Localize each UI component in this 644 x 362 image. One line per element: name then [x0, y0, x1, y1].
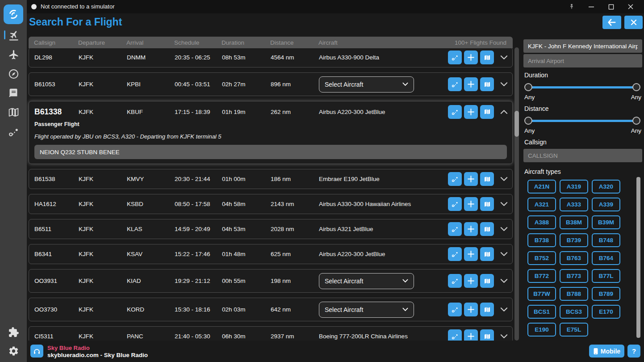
minimize-button[interactable]	[581, 0, 601, 13]
flight-row[interactable]: B61338 KJFK KBUF 17:15 - 18:39 01h 19m 2…	[29, 101, 513, 164]
distance-slider-track[interactable]	[528, 120, 637, 122]
flight-row[interactable]: B61053 KJFK KPBI 00:45 - 03:51 02h 27m 8…	[29, 72, 513, 96]
distance-slider[interactable]	[524, 117, 640, 125]
close-window-button[interactable]	[621, 0, 640, 13]
aircraft-type-a320[interactable]: A320	[592, 180, 620, 194]
show-map-button[interactable]	[480, 77, 494, 91]
distance-slider-max-handle[interactable]	[632, 117, 640, 125]
distance-slider-min-handle[interactable]	[524, 117, 532, 125]
flight-row[interactable]: B6341 KJFK KSAV 15:22 - 17:46 01h 48m 62…	[29, 244, 513, 264]
back-button[interactable]	[602, 16, 621, 29]
expand-chevron-icon[interactable]	[500, 202, 508, 206]
add-flight-button[interactable]	[464, 77, 478, 91]
aircraft-type-b739[interactable]: B739	[560, 233, 588, 247]
show-route-button[interactable]	[448, 274, 462, 288]
aircraft-type-bcs3[interactable]: BCS3	[560, 305, 588, 319]
help-button[interactable]: ?	[627, 345, 640, 358]
show-map-button[interactable]	[480, 303, 494, 316]
show-map-button[interactable]	[480, 197, 494, 211]
aircraft-type-b39m[interactable]: B39M	[592, 215, 620, 229]
show-route-button[interactable]	[448, 247, 462, 261]
sidebar-item-plugins[interactable]	[0, 326, 27, 338]
aircraft-type-a21n[interactable]: A21N	[527, 180, 556, 194]
close-page-button[interactable]	[624, 16, 643, 29]
aircraft-type-a321[interactable]: A321	[527, 198, 556, 211]
aircraft-select[interactable]: Select Aircraft	[319, 76, 414, 93]
departure-airport-input[interactable]	[523, 39, 642, 53]
duration-slider-max-handle[interactable]	[632, 83, 640, 91]
callsign-input[interactable]	[523, 149, 642, 162]
aircraft-type-bcs1[interactable]: BCS1	[527, 305, 556, 319]
expand-chevron-icon[interactable]	[500, 109, 508, 114]
aircraft-type-e190[interactable]: E190	[527, 323, 556, 337]
add-flight-button[interactable]	[464, 247, 478, 261]
expand-chevron-icon[interactable]	[500, 82, 508, 87]
aircraft-type-a339[interactable]: A339	[592, 198, 620, 211]
arrival-airport-input[interactable]	[523, 54, 642, 67]
expand-chevron-icon[interactable]	[500, 307, 508, 312]
expand-chevron-icon[interactable]	[500, 252, 508, 257]
add-flight-button[interactable]	[464, 303, 478, 316]
expand-chevron-icon[interactable]	[500, 55, 508, 60]
aircraft-types-scrollbar[interactable]	[636, 177, 640, 338]
show-map-button[interactable]	[480, 51, 494, 64]
show-map-button[interactable]	[480, 105, 494, 119]
aircraft-type-e75l[interactable]: E75L	[560, 323, 588, 337]
aircraft-type-b772[interactable]: B772	[527, 269, 556, 283]
show-map-button[interactable]	[480, 247, 494, 261]
mobile-button[interactable]: Mobile	[589, 345, 624, 358]
sidebar-item-settings[interactable]	[0, 345, 27, 357]
duration-slider-min-handle[interactable]	[524, 83, 532, 91]
show-map-button[interactable]	[480, 172, 494, 186]
aircraft-type-b748[interactable]: B748	[592, 233, 620, 247]
aircraft-type-b752[interactable]: B752	[527, 251, 556, 265]
add-flight-button[interactable]	[464, 274, 478, 288]
flight-row[interactable]: HA1612 KJFK KSBD 08:50 - 17:58 04h 58m 2…	[29, 194, 513, 214]
radio-tile[interactable]	[30, 345, 43, 358]
pin-window-button[interactable]	[562, 0, 581, 13]
aircraft-type-b789[interactable]: B789	[592, 287, 620, 301]
aircraft-type-e170[interactable]: E170	[592, 305, 620, 319]
expand-chevron-icon[interactable]	[500, 334, 508, 339]
sidebar-item-navigation[interactable]	[0, 68, 27, 80]
expand-chevron-icon[interactable]	[500, 177, 508, 181]
aircraft-type-b788[interactable]: B788	[560, 287, 588, 301]
flight-row[interactable]: DL298 KJFK DNMM 20:35 - 06:25 08h 53m 45…	[29, 47, 513, 67]
add-flight-button[interactable]	[464, 222, 478, 236]
show-route-button[interactable]	[448, 222, 462, 236]
aircraft-type-a333[interactable]: A333	[560, 198, 588, 211]
sidebar-item-aircraft[interactable]	[0, 49, 27, 60]
flight-row[interactable]: OO3931 KJFK KIAD 19:29 - 21:12 00h 55m 1…	[29, 269, 513, 293]
show-route-button[interactable]	[448, 197, 462, 211]
aircraft-type-b763[interactable]: B763	[560, 251, 588, 265]
show-route-button[interactable]	[448, 105, 462, 119]
add-flight-button[interactable]	[464, 172, 478, 186]
expand-chevron-icon[interactable]	[500, 278, 508, 283]
aircraft-type-b77l[interactable]: B77L	[592, 269, 620, 283]
expand-chevron-icon[interactable]	[500, 227, 508, 232]
sidebar-item-map[interactable]	[0, 106, 27, 118]
maximize-button[interactable]	[601, 0, 621, 13]
show-route-button[interactable]	[448, 172, 462, 186]
radio-now-playing[interactable]: Sky Blue Radio skyblueradio.com - Sky Bl…	[30, 345, 148, 358]
add-flight-button[interactable]	[464, 197, 478, 211]
aircraft-select[interactable]: Select Aircraft	[319, 302, 414, 318]
sidebar-item-logbook[interactable]	[0, 87, 27, 99]
duration-slider[interactable]	[524, 83, 640, 91]
aircraft-type-b38m[interactable]: B38M	[560, 215, 588, 229]
flight-list-scrollbar[interactable]	[514, 47, 519, 341]
sidebar-item-search-flights[interactable]	[0, 29, 27, 41]
flight-row[interactable]: OO3730 KJFK KORD 15:30 - 18:16 02h 03m 6…	[29, 298, 513, 321]
flight-row[interactable]: B6511 KJFK KLAS 14:59 - 20:49 04h 53m 20…	[29, 219, 513, 239]
aircraft-type-a388[interactable]: A388	[527, 215, 556, 229]
add-flight-button[interactable]	[464, 105, 478, 119]
duration-slider-track[interactable]	[528, 86, 637, 88]
aircraft-type-b773[interactable]: B773	[560, 269, 588, 283]
aircraft-select[interactable]: Select Aircraft	[319, 273, 414, 289]
sidebar-item-routes[interactable]	[0, 126, 27, 137]
show-map-button[interactable]	[480, 274, 494, 288]
show-route-button[interactable]	[448, 303, 462, 316]
show-route-button[interactable]	[448, 51, 462, 64]
add-flight-button[interactable]	[464, 51, 478, 64]
aircraft-type-b764[interactable]: B764	[592, 251, 620, 265]
